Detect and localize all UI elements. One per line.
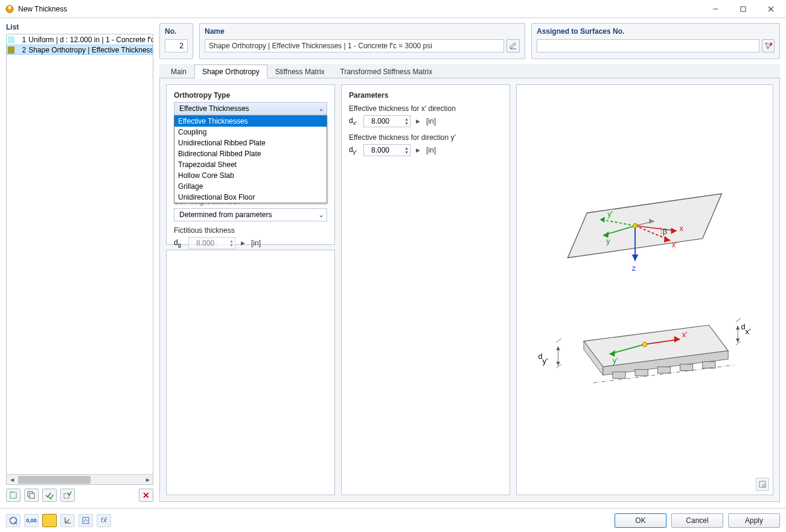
- play-icon[interactable]: ▶: [416, 147, 420, 153]
- fictitious-value-spinner[interactable]: ▲▼: [188, 237, 235, 249]
- parameters-section-label: Parameters: [349, 91, 502, 100]
- close-button[interactable]: [757, 0, 785, 18]
- svg-line-68: [65, 519, 69, 523]
- svg-text:x': x': [672, 240, 677, 249]
- ok-button[interactable]: OK: [615, 513, 666, 528]
- preview-panel: y' y x x' β: [516, 84, 773, 495]
- param-x-spinner[interactable]: ▲▼: [363, 115, 411, 127]
- svg-point-63: [762, 484, 765, 487]
- param-y-spinner[interactable]: ▲▼: [363, 144, 411, 156]
- param-x-sym: dx': [349, 116, 360, 126]
- tab-main[interactable]: Main: [163, 65, 194, 78]
- pick-surface-button[interactable]: [762, 39, 775, 52]
- name-label: Name: [205, 27, 520, 36]
- list-item[interactable]: 1Uniform | d : 12.000 in | 1 - Concrete …: [7, 34, 153, 45]
- svg-rect-3: [741, 7, 746, 11]
- dropdown-option[interactable]: Coupling: [174, 127, 327, 138]
- dropdown-option[interactable]: Hollow Core Slab: [174, 170, 327, 181]
- chevron-down-icon: ⌄: [318, 211, 324, 219]
- preview-tool-button[interactable]: [756, 478, 769, 491]
- maximize-button[interactable]: [729, 0, 757, 18]
- svg-marker-52: [556, 362, 560, 366]
- dropdown-option[interactable]: Unidirectional Ribbed Plate: [174, 138, 327, 148]
- copy-item-button[interactable]: [24, 489, 39, 502]
- param-y-label: Effective thickness for direction y': [349, 133, 502, 142]
- units-button[interactable]: 0,00: [24, 514, 39, 527]
- svg-marker-57: [736, 326, 740, 329]
- name-input[interactable]: [205, 39, 504, 52]
- param-x-label: Effective thickness for x' direction: [349, 104, 502, 113]
- svg-rect-9: [30, 493, 34, 498]
- param-y-sym: dy': [349, 145, 360, 155]
- scroll-left-icon[interactable]: ◂: [7, 475, 17, 485]
- thickness-list[interactable]: 1Uniform | d : 12.000 in | 1 - Concrete …: [6, 34, 153, 485]
- svg-marker-51: [556, 346, 560, 350]
- orthotropy-dropdown[interactable]: Effective ThicknessesCouplingUnidirectio…: [174, 115, 327, 203]
- dropdown-option[interactable]: Unidirectional Box Floor: [174, 192, 327, 203]
- new-item-button[interactable]: [6, 489, 21, 502]
- svg-rect-41: [703, 362, 715, 369]
- dropdown-option[interactable]: Trapezoidal Sheet: [174, 159, 327, 170]
- color-button[interactable]: [42, 514, 57, 527]
- tab-shape-orthotropy[interactable]: Shape Orthotropy: [194, 65, 267, 78]
- svg-line-60: [736, 341, 741, 345]
- svg-rect-1: [8, 6, 11, 9]
- no-field-box: No.: [159, 23, 193, 59]
- no-input[interactable]: [165, 39, 188, 52]
- param-y-input[interactable]: [364, 145, 393, 156]
- svg-marker-58: [736, 338, 740, 342]
- orthotropy-panel-empty: [166, 250, 335, 495]
- orthotropy-type-combo[interactable]: Effective Thicknesses ⌄ Effective Thickn…: [174, 102, 327, 115]
- param-x-unit: [in]: [426, 117, 436, 125]
- svg-line-53: [556, 338, 561, 342]
- svg-rect-37: [613, 372, 625, 379]
- svg-text:y': y': [613, 356, 618, 365]
- dropdown-option[interactable]: Effective Thicknesses: [174, 116, 327, 127]
- list-scrollbar[interactable]: ◂ ▸: [7, 474, 153, 484]
- list-item-text: Shape Orthotropy | Effective Thicknesses: [28, 46, 153, 54]
- axes-button[interactable]: [60, 514, 75, 527]
- scroll-thumb[interactable]: [18, 476, 91, 484]
- check-all-button[interactable]: [42, 489, 57, 502]
- svg-line-59: [736, 318, 741, 321]
- tab-stiffness-matrix[interactable]: Stiffness Matrix: [267, 65, 333, 78]
- help-button[interactable]: [6, 514, 21, 527]
- svg-text:x': x': [682, 330, 688, 339]
- orthotropy-panel: Orthotropy Type Effective Thicknesses ⌄ …: [166, 84, 335, 245]
- selfweight-combo-value: Determined from parameters: [179, 211, 272, 219]
- svg-text:x: x: [679, 224, 683, 233]
- preview-diagram: y' y x x' β: [523, 91, 767, 532]
- fictitious-unit: [in]: [251, 239, 261, 247]
- svg-line-54: [556, 364, 561, 368]
- cancel-button[interactable]: Cancel: [671, 513, 723, 528]
- dropdown-option[interactable]: Bidirectional Ribbed Plate: [174, 148, 327, 159]
- svg-text:dx': dx': [741, 322, 750, 336]
- fictitious-label: Fictitious thickness: [174, 226, 327, 235]
- delete-item-button[interactable]: ✕: [139, 489, 153, 502]
- list-item-text: Uniform | d : 12.000 in | 1 - Concrete f…: [28, 36, 153, 44]
- extra-settings-button[interactable]: [78, 514, 93, 527]
- assigned-input[interactable]: [537, 39, 759, 52]
- param-x-input[interactable]: [364, 116, 393, 127]
- swatch-icon: [8, 36, 14, 43]
- scroll-right-icon[interactable]: ▸: [142, 475, 153, 485]
- play-icon[interactable]: ▶: [416, 118, 420, 124]
- check-one-button[interactable]: [60, 489, 75, 502]
- list-label: List: [6, 23, 153, 31]
- svg-rect-38: [635, 369, 648, 376]
- titlebar: New Thickness: [0, 0, 786, 18]
- fictitious-value-input[interactable]: [189, 238, 218, 249]
- play-icon[interactable]: ▶: [241, 240, 245, 246]
- svg-rect-40: [680, 364, 692, 371]
- list-item[interactable]: 2Shape Orthotropy | Effective Thicknesse…: [7, 45, 153, 55]
- rename-button[interactable]: [506, 39, 520, 52]
- minimize-button[interactable]: [701, 0, 729, 18]
- svg-rect-69: [83, 518, 89, 524]
- tab-transformed-stiffness-matrix[interactable]: Transformed Stiffness Matrix: [333, 65, 441, 78]
- chevron-down-icon: ⌄: [318, 104, 324, 113]
- svg-text:β: β: [663, 227, 667, 236]
- selfweight-combo[interactable]: Determined from parameters ⌄: [174, 208, 327, 221]
- apply-button[interactable]: Apply: [728, 513, 780, 528]
- dropdown-option[interactable]: Grillage: [174, 181, 327, 192]
- function-settings-button[interactable]: fx̂: [97, 514, 111, 527]
